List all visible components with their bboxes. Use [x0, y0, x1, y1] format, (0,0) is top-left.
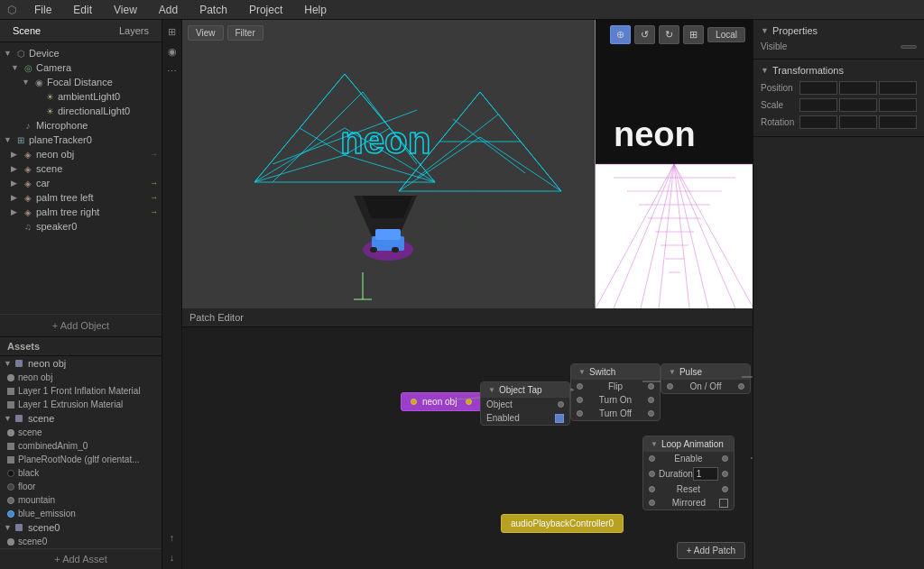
- menu-view[interactable]: View: [110, 2, 141, 18]
- palm-left-icon: ◈: [23, 193, 33, 203]
- asset-group-neonobj[interactable]: ▼ neon obj: [0, 356, 162, 371]
- enabled-checkbox[interactable]: [555, 414, 564, 423]
- side-icon-5[interactable]: ↓: [164, 549, 180, 565]
- asset-group-scene[interactable]: ▼ scene: [0, 411, 162, 426]
- menu-add[interactable]: Add: [155, 2, 181, 18]
- asset-neonobj-mesh[interactable]: neon obj: [0, 371, 162, 384]
- asset-group-scene0[interactable]: ▼ scene0: [0, 520, 162, 535]
- add-asset-button[interactable]: + Add Asset: [0, 548, 162, 569]
- tree-mic[interactable]: ▶ ♪ Microphone: [0, 118, 162, 133]
- loop-mirrored-checkbox[interactable]: [719, 499, 728, 508]
- arrow-neonobj: ▶: [11, 150, 20, 159]
- tree-focal[interactable]: ▼ ◉ Focal Distance: [0, 75, 162, 89]
- pulse-title: Pulse: [679, 367, 702, 377]
- rotation-z[interactable]: [879, 115, 917, 129]
- menu-edit[interactable]: Edit: [69, 2, 96, 18]
- asset-mountain[interactable]: mountain: [0, 493, 162, 507]
- menu-patch[interactable]: Patch: [196, 2, 231, 18]
- main-layout: Scene Layers ▼ ⬡ Device ▼ ◎ Camera ▼ ◉ F…: [0, 20, 924, 569]
- asset-front-mat[interactable]: Layer 1 Front Inflation Material: [0, 384, 162, 398]
- loop-reset-out: [722, 486, 728, 492]
- asset-floor[interactable]: floor: [0, 480, 162, 493]
- local-button[interactable]: Local: [707, 27, 745, 42]
- tool-grid[interactable]: ⊞: [683, 25, 704, 44]
- tree-speaker[interactable]: ▶ ♫ speaker0: [0, 219, 162, 234]
- svg-rect-41: [370, 247, 377, 252]
- palm-right-icon: ◈: [23, 207, 33, 217]
- scale-label: Scale: [761, 100, 783, 110]
- node-switch[interactable]: ▼ Switch Flip Turn On: [570, 363, 661, 421]
- node-pulse[interactable]: ▼ Pulse On / Off: [661, 363, 751, 394]
- add-object-button[interactable]: + Add Object: [0, 314, 162, 336]
- rotation-x[interactable]: [799, 115, 837, 129]
- loop-reset-in: [649, 486, 655, 492]
- switch-port-flip: Flip: [571, 380, 660, 393]
- node-loop-animation[interactable]: ▼ Loop Animation Enable Duration: [642, 436, 735, 510]
- tree-neonobj[interactable]: ▶ ◈ neon obj →: [0, 147, 162, 161]
- visible-toggle[interactable]: [901, 45, 917, 49]
- add-patch-button[interactable]: + Add Patch: [677, 542, 745, 559]
- view-button[interactable]: View: [188, 25, 224, 41]
- asset-black[interactable]: black: [0, 466, 162, 480]
- tree-device[interactable]: ▼ ⬡ Device: [0, 46, 162, 60]
- tree-ambient[interactable]: ▶ ☀ ambientLight0: [0, 89, 162, 104]
- node-object-tap[interactable]: ▼ Object Tap Object Enabled: [480, 381, 570, 426]
- filter-button[interactable]: Filter: [227, 25, 263, 41]
- transformations-title[interactable]: ▼ Transformations: [761, 65, 917, 76]
- patch-canvas[interactable]: neon obj ▼ Object Tap Object Enabled: [182, 327, 753, 566]
- asset-scene0-mesh[interactable]: scene0: [0, 535, 162, 548]
- tab-layers[interactable]: Layers: [114, 23, 154, 38]
- tree-palm-right[interactable]: ▶ ◈ palm tree right →: [0, 205, 162, 219]
- side-icon-3[interactable]: ⋯: [164, 63, 180, 79]
- tree-camera[interactable]: ▼ ◎ Camera: [0, 60, 162, 75]
- transformations-section: ▼ Transformations Position Scale: [753, 60, 924, 137]
- properties-title[interactable]: ▼ Properties: [761, 25, 917, 36]
- position-x[interactable]: [799, 81, 837, 95]
- tree-planetracker[interactable]: ▼ ⊞ planeTracker0: [0, 133, 162, 147]
- arrow-palm-left: ▶: [11, 193, 20, 202]
- svg-rect-0: [182, 20, 606, 308]
- svg-rect-42: [392, 247, 399, 252]
- neonobj-icon: ◈: [23, 150, 33, 160]
- tool-rotate2[interactable]: ↻: [659, 25, 679, 44]
- node-neon-obj[interactable]: neon obj: [401, 392, 482, 411]
- asset-group-scene-label: scene: [28, 413, 54, 424]
- visible-row: Visible: [761, 40, 917, 53]
- menu-project[interactable]: Project: [245, 2, 286, 18]
- tree-dirlight[interactable]: ▶ ☀ directionalLight0: [0, 104, 162, 118]
- asset-extrusion-mat[interactable]: Layer 1 Extrusion Material: [0, 398, 162, 411]
- arrow-palm-right: ▶: [11, 207, 20, 216]
- asset-plane-root[interactable]: PlaneRootNode (gltf orientat...: [0, 453, 162, 466]
- tool-rotate1[interactable]: ↺: [634, 25, 655, 44]
- position-y[interactable]: [839, 81, 877, 95]
- rotation-y[interactable]: [839, 115, 877, 129]
- menu-help[interactable]: Help: [300, 2, 330, 18]
- side-icon-1[interactable]: ⊞: [164, 23, 180, 40]
- asset-plane-icon: [7, 456, 14, 463]
- asset-combined-anim[interactable]: combinedAnim_0: [0, 439, 162, 453]
- side-icon-4[interactable]: ↑: [164, 529, 180, 546]
- asset-blue-emission[interactable]: blue_emission: [0, 507, 162, 520]
- mic-icon: ♪: [23, 121, 33, 131]
- scale-x[interactable]: [799, 98, 837, 112]
- menu-file[interactable]: File: [31, 2, 55, 18]
- tab-scene[interactable]: Scene: [7, 23, 46, 38]
- side-icons: ⊞ ◉ ⋯ ↑ ↓: [162, 20, 182, 569]
- tree-car[interactable]: ▶ ◈ car →: [0, 176, 162, 190]
- scale-y[interactable]: [839, 98, 877, 112]
- tree-scene[interactable]: ▶ ◈ scene: [0, 161, 162, 176]
- scale-z[interactable]: [879, 98, 917, 112]
- asset-black-label: black: [18, 468, 39, 478]
- asset-scene-mesh[interactable]: scene: [0, 426, 162, 439]
- tool-move[interactable]: ⊕: [610, 25, 631, 44]
- tree-palm-left[interactable]: ▶ ◈ palm tree left →: [0, 190, 162, 205]
- asset-blue-label: blue_emission: [18, 509, 76, 519]
- position-z[interactable]: [879, 81, 917, 95]
- side-icon-2[interactable]: ◉: [164, 43, 180, 60]
- node-switch-header: ▼ Switch: [571, 364, 660, 380]
- node-audio[interactable]: audioPlaybackController0: [501, 514, 624, 533]
- loop-duration-input[interactable]: [693, 467, 718, 481]
- asset-scene0-label: scene0: [18, 537, 47, 546]
- switch-port-turnoff: Turn Off: [571, 407, 660, 420]
- loop-anim-title: Loop Animation: [661, 439, 724, 449]
